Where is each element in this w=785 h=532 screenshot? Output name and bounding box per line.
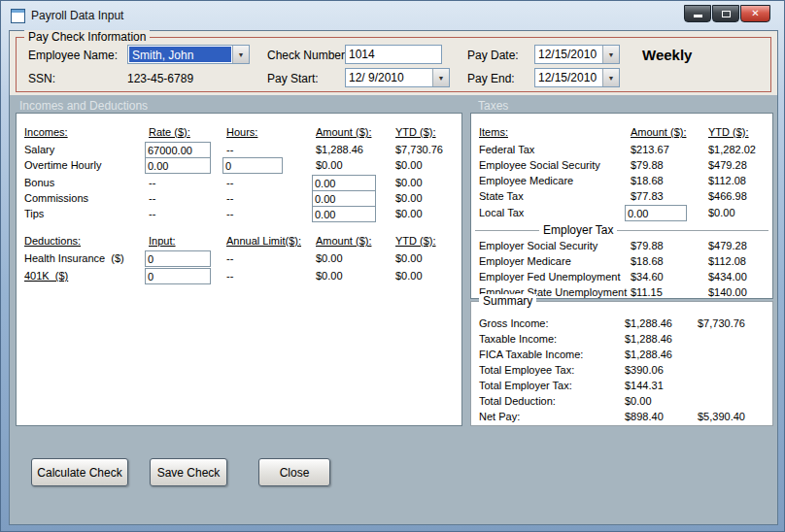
salary-rate-input[interactable] [145,142,211,158]
chevron-down-icon[interactable]: ▼ [432,69,449,86]
section-incomes-deductions: Incomes and Deductions [19,99,148,113]
taxes-header-row: Items: Amount ($): YTD ($): [471,126,772,142]
deduction-limit: -- [226,270,233,282]
annual-limit-col-header: Annual Limit($): [226,235,301,247]
deduction-ytd: $0.00 [395,252,423,264]
deduction-row-health-insurance: Health Insurance ($) -- $0.00 $0.00 [17,252,461,268]
deduction-limit: -- [226,252,233,264]
summary-row-fica: FICA Taxable Income: $1,288.46 [471,349,772,364]
tax-amount: $79.88 [631,240,664,251]
pay-date-value: 12/15/2010 [535,46,602,63]
tax-amount: $34.60 [631,271,664,283]
tax-label: Employee Social Security [479,159,600,171]
tips-amount-input[interactable] [312,206,376,222]
income-label: Tips [24,208,44,219]
pay-date-label: Pay Date: [467,49,519,62]
income-ytd: $7,730.76 [395,144,443,155]
pay-start-picker[interactable]: 12/ 9/2010 ▼ [345,68,450,87]
summary-ytd: $7,730.76 [698,317,745,329]
overtime-rate-input[interactable] [145,157,211,174]
income-ytd: $0.00 [395,159,423,171]
tax-ytd: $479.28 [708,240,747,251]
titlebar[interactable]: Payroll Data Input [1,1,784,30]
deduction-label: Health Insurance ($) [24,252,124,264]
tax-row-employer-ss: Employer Social Security $79.88 $479.28 [471,240,772,255]
chevron-down-icon[interactable]: ▼ [602,46,619,63]
pay-end-label: Pay End: [467,72,515,85]
tax-label: Employer Medicare [479,255,571,267]
chevron-down-icon[interactable]: ▼ [602,69,619,86]
tax-amount: $11.15 [631,286,663,298]
income-rate: -- [149,177,155,188]
tax-amount: $213.67 [631,144,669,155]
income-hours: -- [226,208,233,219]
tax-ytd: $0.00 [708,207,735,218]
ytd-col-header: YTD ($): [708,126,749,138]
deduction-amount: $0.00 [316,270,343,282]
employee-name-value: Smith, John [129,47,231,62]
summary-group-label: Summary [479,294,536,308]
income-rate: -- [149,192,155,204]
chevron-down-icon[interactable]: ▼ [232,46,249,63]
tax-amount: $18.68 [631,175,664,186]
summary-amount: $1,288.46 [625,333,672,345]
check-number-input[interactable] [345,45,442,64]
commissions-amount-input[interactable] [312,190,376,207]
deduction-ytd: $0.00 [395,270,423,282]
bonus-amount-input[interactable] [312,175,376,191]
close-button[interactable]: ✕ [740,5,770,22]
deductions-header-row: Deductions: Input: Annual Limit($): Amou… [17,235,461,250]
minimize-icon [694,15,702,17]
summary-row-gross: Gross Income: $1,288.46 $7,730.76 [471,317,772,333]
maximize-button[interactable] [712,5,739,22]
caption-buttons: ✕ [683,5,770,22]
deduction-label-401k-link[interactable]: 401K ($) [24,270,68,282]
deduction-amount: $0.00 [316,252,343,264]
health-insurance-input[interactable] [145,250,211,267]
calculate-check-button[interactable]: Calculate Check [31,458,128,486]
tax-label: State Tax [479,190,524,202]
employee-name-select[interactable]: Smith, John ▼ [127,45,250,64]
income-label: Commissions [24,192,88,204]
pay-end-picker[interactable]: 12/15/2010 ▼ [534,68,620,87]
hours-col-header: Hours: [226,126,257,138]
tax-row-employee-ss: Employee Social Security $79.88 $479.28 [471,159,772,175]
summary-label: Total Employer Tax: [479,380,572,391]
local-tax-input[interactable] [625,205,687,221]
ytd-col-header: YTD ($): [395,126,436,138]
rate-col-header: Rate ($): [149,126,190,138]
overtime-hours-input[interactable] [222,157,283,174]
tax-label: Local Tax [479,207,524,218]
income-label: Bonus [24,177,54,188]
pay-date-picker[interactable]: 12/15/2010 ▼ [534,45,620,64]
tax-row-local: Local Tax $0.00 [471,207,772,222]
income-ytd: $0.00 [395,192,423,204]
taxes-panel: Items: Amount ($): YTD ($): Federal Tax … [470,113,773,299]
income-label: Overtime Hourly [24,159,101,171]
income-hours: -- [226,177,233,188]
summary-label: FICA Taxable Income: [479,349,583,360]
tax-ytd: $1,282.02 [708,144,756,155]
employee-name-label: Employee Name: [28,49,118,62]
close-dialog-button[interactable]: Close [258,458,330,486]
check-number-label: Check Number: [267,49,348,62]
tax-label: Employer Fed Unemployment [479,271,621,283]
incomes-header-row: Incomes: Rate ($): Hours: Amount ($): YT… [17,126,461,142]
summary-amount: $1,288.46 [625,349,672,360]
income-label: Salary [24,144,54,155]
summary-amount: $144.31 [625,380,664,391]
tax-amount: $79.88 [631,159,664,171]
tax-amount: $18.68 [631,255,664,267]
minimize-button[interactable] [684,5,711,22]
summary-ytd: $5,390.40 [698,411,745,422]
tax-ytd: $479.28 [708,159,747,171]
tax-ytd: $112.08 [708,175,746,186]
pay-frequency-label: Weekly [642,47,692,63]
input-col-header: Input: [149,235,176,247]
pay-start-label: Pay Start: [267,72,319,85]
save-check-button[interactable]: Save Check [150,458,227,486]
tax-row-federal: Federal Tax $213.67 $1,282.02 [471,144,772,159]
401k-input[interactable] [145,268,211,284]
summary-amount: $0.00 [625,395,652,407]
income-amount: $0.00 [316,159,343,171]
